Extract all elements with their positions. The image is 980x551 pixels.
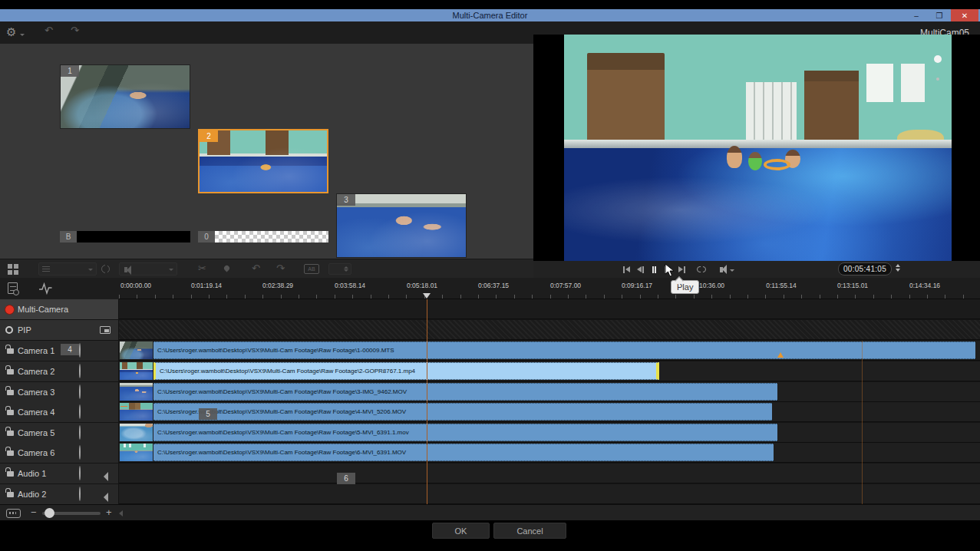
transparent-source-badge[interactable]: 0 bbox=[198, 231, 215, 243]
clip-camera-5[interactable]: C:\Users\roger.wambolt\Desktop\VSX9\Mult… bbox=[153, 424, 777, 441]
black-source-badge[interactable]: B bbox=[60, 231, 77, 243]
record-indicator-icon[interactable] bbox=[5, 305, 15, 315]
track-header-camera-2[interactable]: Camera 2 bbox=[0, 361, 118, 381]
go-to-start-button[interactable] bbox=[619, 263, 633, 276]
loop-playback-button[interactable] bbox=[695, 263, 708, 276]
split-clip-scissors-icon[interactable]: ✂ bbox=[198, 262, 206, 274]
sync-icon[interactable] bbox=[79, 344, 81, 358]
close-button[interactable]: ✕ bbox=[951, 9, 978, 21]
lock-icon[interactable] bbox=[7, 492, 14, 497]
settings-dropdown-arrow-icon[interactable] bbox=[20, 34, 25, 36]
spin-down-icon[interactable] bbox=[896, 269, 900, 272]
audio-source-dropdown[interactable] bbox=[119, 262, 177, 276]
camera-3-thumbnail[interactable]: 3 bbox=[336, 193, 467, 258]
minimize-button[interactable]: – bbox=[905, 9, 928, 21]
spin-down-icon[interactable] bbox=[344, 269, 348, 272]
sync-icon[interactable] bbox=[101, 265, 110, 273]
clip-thumbnail bbox=[120, 341, 153, 359]
timecode-display[interactable]: 00:05:41:05 bbox=[838, 262, 892, 276]
camera-number-badge: 4 bbox=[61, 344, 79, 355]
track-header-pip[interactable]: PIP bbox=[0, 320, 118, 340]
spin-up-icon[interactable] bbox=[344, 266, 348, 269]
rotate-right-icon[interactable]: ↷ bbox=[276, 262, 285, 274]
track-header-camera-6[interactable]: Camera 6 bbox=[0, 443, 118, 463]
go-to-end-button[interactable] bbox=[675, 263, 688, 276]
previous-frame-button[interactable] bbox=[633, 263, 647, 276]
ok-button[interactable]: OK bbox=[432, 523, 490, 539]
zoom-slider-thumb[interactable] bbox=[45, 508, 54, 518]
marker-icon[interactable] bbox=[223, 265, 231, 272]
track-header-multi-camera[interactable]: Multi-Camera bbox=[0, 299, 118, 319]
pip-overlay-icon[interactable] bbox=[100, 326, 111, 334]
volume-button[interactable] bbox=[714, 263, 728, 276]
track-label: Camera 2 bbox=[18, 367, 54, 376]
clip-camera-4[interactable]: C:\Users\roger.wambolt\Desktop\VSX9\Mult… bbox=[153, 403, 772, 421]
transparent-source-bar[interactable] bbox=[215, 231, 328, 243]
zoom-out-button[interactable]: − bbox=[31, 506, 37, 518]
lock-icon[interactable] bbox=[7, 348, 14, 354]
duration-spinner[interactable] bbox=[328, 263, 351, 275]
edit-list-icon[interactable] bbox=[8, 282, 18, 294]
lock-icon[interactable] bbox=[7, 410, 14, 415]
timeline-ruler[interactable]: 0:00:00.00 0:01:19.14 0:02:38.29 0:03:58… bbox=[119, 278, 980, 299]
black-source-bar[interactable] bbox=[77, 231, 190, 243]
track-header-camera-3[interactable]: Camera 3 bbox=[0, 382, 118, 402]
redo-icon[interactable]: ↷ bbox=[71, 25, 79, 36]
preview-wood-cabin-right bbox=[804, 71, 859, 143]
sync-method-dropdown[interactable] bbox=[38, 262, 97, 276]
undo-icon[interactable]: ↶ bbox=[45, 25, 53, 36]
clip-thumbnail bbox=[120, 383, 153, 401]
audio-waveform-toggle-icon[interactable] bbox=[38, 282, 52, 295]
ruler-minor-ticks bbox=[119, 295, 980, 299]
preview-panel bbox=[533, 35, 980, 261]
lock-icon[interactable] bbox=[7, 450, 14, 456]
cancel-button[interactable]: Cancel bbox=[493, 523, 566, 539]
track-header-camera-1[interactable]: Camera 1 bbox=[0, 341, 118, 361]
track-label: Camera 5 bbox=[18, 428, 54, 437]
ruler-tick-label: 0:02:38.29 bbox=[262, 282, 293, 289]
camera-1-thumbnail[interactable]: 1 bbox=[60, 64, 190, 129]
clip-camera-6[interactable]: C:\Users\roger.wambolt\Desktop\VSX9\Mult… bbox=[153, 444, 774, 461]
sync-icon[interactable] bbox=[79, 446, 81, 460]
sync-icon[interactable] bbox=[79, 365, 81, 378]
pip-radio-icon[interactable] bbox=[5, 326, 13, 334]
track-label: Multi-Camera bbox=[18, 305, 68, 314]
spin-up-icon[interactable] bbox=[896, 264, 900, 267]
camera-layout-grid-icon[interactable] bbox=[8, 264, 12, 269]
pause-button[interactable] bbox=[647, 263, 661, 276]
clip-camera-3[interactable]: C:\Users\roger.wambolt\Desktop\VSX9\Mult… bbox=[153, 383, 777, 401]
sync-icon[interactable] bbox=[79, 467, 81, 480]
lock-icon[interactable] bbox=[7, 471, 14, 477]
sync-icon[interactable] bbox=[79, 405, 81, 419]
track-header-audio-2[interactable]: Audio 2 bbox=[0, 484, 118, 504]
timecode-spinner[interactable] bbox=[896, 264, 900, 272]
lane-pip bbox=[119, 320, 980, 340]
playhead-marker-icon[interactable] bbox=[423, 293, 431, 299]
ruler-tick-label: 0:13:15.01 bbox=[837, 282, 868, 289]
speaker-icon bbox=[124, 267, 127, 272]
track-header-audio-1[interactable]: Audio 1 bbox=[0, 464, 118, 483]
settings-gear-icon[interactable]: ⚙ bbox=[6, 25, 16, 39]
clip-camera-1[interactable]: C:\Users\roger.wambolt\Desktop\VSX9\Mult… bbox=[153, 341, 975, 359]
restore-button[interactable]: ❐ bbox=[928, 9, 951, 21]
track-header-camera-5[interactable]: Camera 5 bbox=[0, 423, 118, 443]
sync-icon[interactable] bbox=[79, 487, 81, 501]
sync-icon[interactable] bbox=[79, 385, 81, 399]
lock-icon[interactable] bbox=[7, 431, 14, 436]
fit-timeline-icon[interactable] bbox=[6, 509, 21, 518]
rotate-left-icon[interactable]: ↶ bbox=[252, 262, 260, 274]
clip-camera-2-selected[interactable]: C:\Users\roger.wambolt\Desktop\VSX9\Mult… bbox=[153, 362, 659, 380]
track-label: Camera 6 bbox=[18, 448, 54, 457]
volume-dropdown-arrow-icon[interactable] bbox=[730, 269, 734, 272]
sync-icon[interactable] bbox=[79, 426, 81, 440]
track-header-camera-4[interactable]: Camera 4 bbox=[0, 402, 118, 422]
clip-marker-icon[interactable] bbox=[777, 352, 784, 358]
ab-transition-icon[interactable]: AB bbox=[304, 264, 319, 274]
lock-icon[interactable] bbox=[7, 390, 14, 395]
zoom-in-button[interactable]: + bbox=[106, 506, 112, 518]
scroll-left-icon[interactable] bbox=[119, 510, 123, 516]
preview-window-1 bbox=[866, 64, 893, 102]
camera-2-thumbnail-selected[interactable]: 2 bbox=[198, 129, 328, 193]
lock-icon[interactable] bbox=[7, 369, 14, 374]
playhead-line[interactable] bbox=[427, 299, 427, 504]
